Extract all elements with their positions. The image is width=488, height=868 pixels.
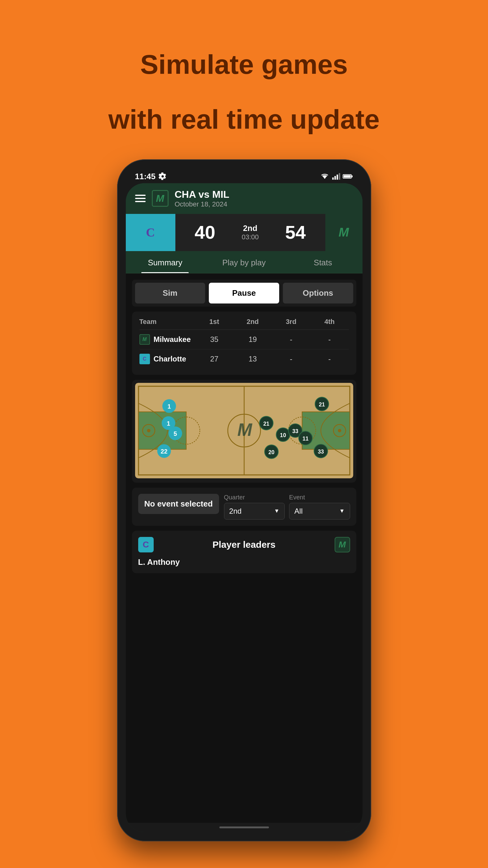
event-filter: Event All ▼ — [289, 494, 350, 520]
score-table: Team 1st 2nd 3rd 4th M Milwaukee 35 19 — [132, 312, 356, 375]
status-icons — [320, 173, 353, 180]
table-row: C Charlotte 27 13 - - — [139, 349, 349, 369]
svg-text:M: M — [237, 420, 253, 439]
svg-rect-2 — [334, 176, 336, 180]
header-text: CHA vs MIL October 18, 2024 — [175, 189, 353, 208]
sim-button[interactable]: Sim — [135, 283, 205, 304]
court-svg: M 1 1 5 22 21 — [135, 383, 353, 478]
svg-text:5: 5 — [173, 430, 177, 437]
away-score: 54 — [285, 222, 306, 243]
sim-controls: Sim Pause Options — [132, 280, 356, 307]
quarter-filter: Quarter 2nd ▼ — [224, 494, 285, 520]
away-team-icon: M — [325, 214, 362, 251]
tab-bar: Summary Play by play Stats — [126, 251, 362, 273]
score-display: 40 2nd 03:00 54 — [175, 214, 325, 251]
phone-mockup: 11:45 — [117, 159, 371, 841]
svg-text:33: 33 — [318, 448, 324, 455]
svg-rect-4 — [339, 173, 340, 180]
tab-summary[interactable]: Summary — [126, 251, 205, 273]
basketball-court: M 1 1 5 22 21 — [132, 380, 356, 483]
player-leaders-section: C Player leaders M L. Anthony — [132, 531, 356, 573]
content-area: Sim Pause Options Team 1st 2nd 3rd 4th M — [126, 273, 362, 823]
svg-rect-1 — [332, 178, 334, 180]
time-display: 11:45 — [135, 172, 156, 181]
hero-title-line1: Simulate games — [108, 50, 380, 80]
home-indicator — [126, 823, 362, 832]
svg-text:11: 11 — [302, 435, 308, 441]
menu-button[interactable] — [135, 195, 145, 202]
tab-stats[interactable]: Stats — [284, 251, 362, 273]
signal-icon — [331, 173, 340, 180]
home-score: 40 — [195, 222, 215, 243]
game-time: 03:00 — [242, 233, 259, 241]
svg-text:21: 21 — [263, 421, 269, 427]
player-leaders-header: C Player leaders M — [138, 537, 350, 552]
matchup-title: CHA vs MIL — [175, 189, 353, 200]
score-center: 2nd 03:00 — [242, 223, 259, 241]
svg-text:21: 21 — [319, 401, 325, 407]
hero-title: Simulate games with real time update — [108, 25, 380, 134]
tab-play-by-play[interactable]: Play by play — [204, 251, 284, 273]
svg-text:1: 1 — [167, 403, 171, 409]
svg-marker-0 — [323, 176, 327, 179]
table-row: M Milwaukee 35 19 - - — [139, 330, 349, 349]
event-dropdown[interactable]: All ▼ — [289, 503, 350, 520]
pause-button[interactable]: Pause — [209, 283, 279, 304]
score-section: C 40 2nd 03:00 54 M — [126, 214, 362, 251]
svg-text:22: 22 — [161, 447, 167, 455]
team-cha: C Charlotte — [139, 354, 195, 364]
svg-text:33: 33 — [292, 428, 298, 434]
home-bar — [219, 827, 269, 828]
quarter-display: 2nd — [242, 223, 259, 233]
quarter-dropdown[interactable]: 2nd ▼ — [224, 503, 285, 520]
event-selector: No event selected Quarter 2nd ▼ Event Al… — [132, 488, 356, 526]
settings-icon — [159, 173, 167, 180]
chevron-down-icon: ▼ — [274, 508, 280, 514]
svg-text:10: 10 — [280, 432, 286, 438]
svg-rect-7 — [344, 175, 351, 178]
svg-point-19 — [338, 429, 341, 432]
no-event-display: No event selected — [138, 494, 219, 514]
svg-text:1: 1 — [167, 420, 170, 427]
battery-icon — [343, 173, 353, 180]
home-team-icon: C — [126, 214, 175, 251]
player-leaders-title: Player leaders — [154, 539, 335, 550]
mil-logo-small: M — [139, 334, 150, 345]
hero-title-line2: with real time update — [108, 104, 380, 134]
wifi-icon — [320, 173, 329, 180]
svg-rect-3 — [336, 175, 338, 180]
player-name-display: L. Anthony — [138, 557, 350, 567]
svg-text:20: 20 — [268, 449, 274, 455]
team-mil: M Milwaukee — [139, 334, 195, 345]
cha-logo-small: C — [139, 354, 150, 364]
options-button[interactable]: Options — [283, 283, 353, 304]
svg-rect-6 — [351, 176, 353, 177]
svg-point-15 — [147, 429, 150, 432]
phone-screen: M CHA vs MIL October 18, 2024 C 40 2nd 0… — [126, 183, 362, 832]
status-bar: 11:45 — [126, 168, 362, 183]
chevron-down-icon: ▼ — [339, 508, 345, 514]
score-table-header: Team 1st 2nd 3rd 4th — [139, 318, 349, 330]
app-header: M CHA vs MIL October 18, 2024 — [126, 183, 362, 214]
cha-logo-leaders: C — [138, 537, 154, 552]
match-date: October 18, 2024 — [175, 200, 353, 208]
mil-logo-leaders: M — [335, 537, 350, 552]
team-logo-header: M — [152, 190, 168, 207]
